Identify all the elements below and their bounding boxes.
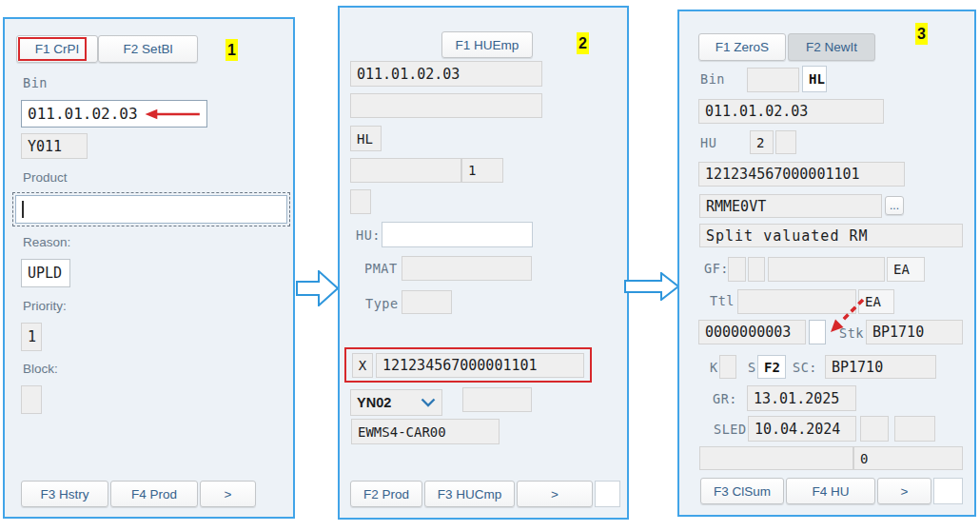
bin-label: Bin — [23, 75, 48, 90]
k-label: K — [710, 360, 718, 375]
gf-qty-field — [768, 257, 885, 282]
pmat-label: PMAT — [364, 261, 398, 276]
reason-label: Reason: — [23, 235, 70, 249]
panel-step2: F1 HUEmp 2 011.01.02.03 HL 1 HU: PMAT Ty… — [338, 6, 629, 520]
gf-label: GF: — [704, 261, 729, 276]
gf-field-2 — [748, 257, 765, 282]
more-button[interactable]: > — [877, 478, 931, 504]
chevron-down-icon — [421, 398, 436, 407]
empty-field-row4 — [350, 158, 461, 183]
gr-date-field: 13.01.2025 — [747, 385, 856, 411]
panel-step3: F1 ZeroS F2 NewIt 3 Bin HL 011.01.02.03 … — [677, 10, 976, 517]
bin-field: 011.01.02.03 — [350, 61, 542, 87]
step-badge-3: 3 — [915, 23, 928, 45]
small-flag-field — [350, 189, 371, 214]
qty-field: 0000000003 — [698, 320, 806, 344]
hl-field: HL — [350, 126, 382, 151]
sled-date-field: 10.04.2024 — [748, 416, 856, 442]
hu-count-field: 2 — [750, 130, 774, 154]
queue-dropdown[interactable]: YN02 — [350, 389, 442, 416]
more-button[interactable]: > — [200, 481, 256, 507]
hu-number-field: 121234567000001101 — [698, 162, 905, 187]
count-field: 1 — [461, 158, 503, 183]
f1-crpi-button[interactable]: F1 CrPI — [16, 35, 98, 63]
sc-field: BP1710 — [825, 355, 936, 379]
type-field — [402, 290, 452, 314]
panel-step1: F1 CrPI F2 SetBl 1 Bin 011.01.02.03 Y011… — [3, 17, 295, 519]
step-badge-1: 1 — [225, 39, 238, 61]
step-badge-2: 2 — [577, 32, 589, 54]
stk-label: Stk — [839, 325, 864, 341]
gr-label: GR: — [713, 391, 737, 406]
f1-huemp-button[interactable]: F1 HUEmp — [441, 31, 533, 58]
type-label: Type — [365, 296, 399, 311]
product-label: Product — [23, 170, 68, 185]
gf-field-1 — [728, 257, 746, 282]
hu-aux-field — [775, 130, 796, 154]
sled-aux-field-2 — [894, 416, 935, 442]
f1-zeros-button[interactable]: F1 ZeroS — [698, 33, 786, 61]
screenshot-root: F1 CrPI F2 SetBl 1 Bin 011.01.02.03 Y011… — [0, 0, 980, 531]
red-arrow-left-annotation — [144, 107, 201, 122]
total-field: 0 — [853, 446, 963, 470]
hu-label: HU — [700, 135, 716, 150]
product-desc-field: Split valuated RM — [699, 224, 963, 247]
hl-field: HL — [802, 66, 827, 92]
hu-number-field: 121234567000001101 — [376, 353, 584, 378]
block-label: Block: — [23, 362, 58, 376]
block-field — [21, 385, 42, 414]
f3-hstry-button[interactable]: F3 Hstry — [21, 481, 108, 507]
bin-input[interactable]: 011.01.02.03 — [21, 100, 207, 128]
hu-label: HU: — [356, 227, 381, 243]
pmat-field — [402, 256, 532, 281]
text-cursor-caret — [22, 201, 24, 218]
f4-prod-button[interactable]: F4 Prod — [110, 481, 198, 507]
bin-input-value: 011.01.02.03 — [28, 105, 138, 123]
value-help-button[interactable]: ... — [885, 196, 904, 215]
f3-hucmp-button[interactable]: F3 HUCmp — [424, 481, 515, 507]
queue-dropdown-value: YN02 — [357, 395, 391, 410]
more-button[interactable]: > — [517, 481, 593, 507]
hu-input[interactable] — [382, 222, 533, 247]
sled-label: SLED — [714, 422, 747, 437]
product-field: RMME0VT — [699, 194, 882, 218]
bin-aux-field — [747, 68, 799, 92]
aisle-field: Y011 — [21, 133, 88, 159]
s-label: S — [748, 360, 756, 375]
corner-input[interactable] — [933, 478, 963, 504]
total-left-field — [699, 446, 853, 470]
f4-hu-button[interactable]: F4 HU — [786, 478, 875, 504]
f2-prod-button[interactable]: F2 Prod — [350, 481, 422, 507]
stk-field: BP1710 — [866, 320, 963, 344]
queue-aux-field — [462, 387, 532, 412]
reason-input[interactable]: UPLD — [21, 259, 70, 287]
resource-field: EWMS4-CAR00 — [351, 419, 500, 444]
bin-label: Bin — [700, 71, 725, 87]
corner-input[interactable] — [595, 481, 620, 507]
flow-arrow-2-icon — [624, 272, 679, 301]
ttl-label: Ttl — [710, 293, 735, 308]
priority-field: 1 — [21, 323, 42, 351]
f2-newit-button[interactable]: F2 NewIt — [788, 33, 875, 61]
product-input[interactable] — [15, 195, 287, 224]
gf-uom-field: EA — [887, 257, 925, 282]
empty-field-row2 — [350, 93, 542, 118]
sled-aux-field-1 — [860, 416, 889, 442]
f2-setbl-button[interactable]: F2 SetBl — [98, 35, 198, 63]
priority-label: Priority: — [23, 299, 67, 313]
s-value-field: F2 — [757, 355, 786, 379]
x-flag-field: X — [352, 353, 373, 378]
flow-arrow-1-icon — [296, 270, 339, 306]
k-field — [719, 355, 736, 379]
sc-label: SC: — [793, 360, 817, 375]
f3-clsum-button[interactable]: F3 ClSum — [700, 478, 784, 504]
bin-value-field: 011.01.02.03 — [698, 99, 884, 124]
